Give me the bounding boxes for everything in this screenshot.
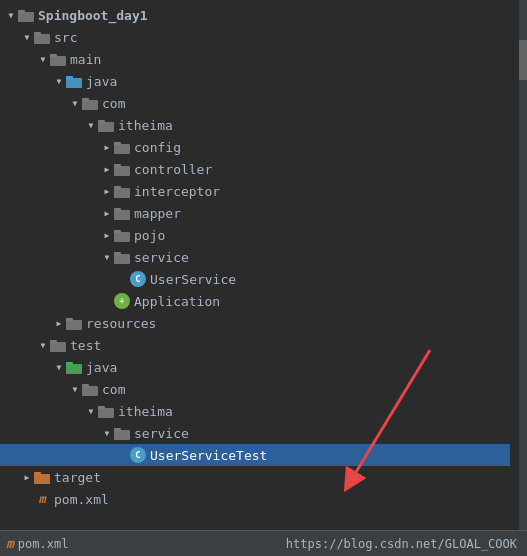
spring-icon: ⚘ <box>114 293 130 309</box>
svg-rect-7 <box>66 76 73 79</box>
folder-icon-interceptor <box>114 185 130 198</box>
tree-arrow-target[interactable]: ▶ <box>20 470 34 484</box>
tree-arrow-mapper[interactable]: ▶ <box>100 206 114 220</box>
svg-rect-27 <box>50 340 57 343</box>
svg-rect-18 <box>114 210 130 220</box>
tree-arrow-main[interactable]: ▼ <box>36 52 50 66</box>
folder-icon-pojo <box>114 229 130 242</box>
folder-icon-service <box>114 251 130 264</box>
tree-label-com: com <box>102 96 125 111</box>
svg-rect-23 <box>114 252 121 255</box>
svg-rect-10 <box>98 122 114 132</box>
c-interface-icon: C <box>130 447 146 463</box>
tree-row[interactable]: ▼ itheima <box>0 114 510 136</box>
tree-arrow-interceptor[interactable]: ▶ <box>100 184 114 198</box>
svg-rect-30 <box>82 386 98 396</box>
tree-row[interactable]: ▼ main <box>0 48 510 70</box>
tree-arrow-service[interactable]: ▼ <box>100 250 114 264</box>
pom-icon: m <box>0 536 14 551</box>
svg-rect-6 <box>66 78 82 88</box>
tree-row[interactable]: ▶ resources <box>0 312 510 334</box>
svg-rect-0 <box>18 12 34 22</box>
tree-row[interactable]: ▼ test <box>0 334 510 356</box>
tree-arrow-java[interactable]: ▼ <box>52 74 66 88</box>
tree-arrow-Application[interactable] <box>100 294 114 308</box>
tree-row[interactable]: ▶ interceptor <box>0 180 510 202</box>
tree-label-UserService: UserService <box>150 272 236 287</box>
tree-row[interactable]: ⚘Application <box>0 290 510 312</box>
tree-arrow-config[interactable]: ▶ <box>100 140 114 154</box>
tree-arrow-com2[interactable]: ▼ <box>68 382 82 396</box>
tree-row[interactable]: ▶ config <box>0 136 510 158</box>
tree-row[interactable]: CUserService <box>0 268 510 290</box>
tree-row[interactable]: ▼ itheima <box>0 400 510 422</box>
tree-arrow-resources[interactable]: ▶ <box>52 316 66 330</box>
svg-rect-9 <box>82 98 89 101</box>
svg-rect-19 <box>114 208 121 211</box>
tree-label-resources: resources <box>86 316 156 331</box>
svg-rect-12 <box>114 144 130 154</box>
svg-rect-25 <box>66 318 73 321</box>
svg-rect-32 <box>98 408 114 418</box>
pom-file-icon: m <box>34 492 50 506</box>
folder-icon-mapper <box>114 207 130 220</box>
tree-label-service2: service <box>134 426 189 441</box>
tree-row[interactable]: ▶ controller <box>0 158 510 180</box>
tree-row[interactable]: ▼ java <box>0 70 510 92</box>
folder-icon-src <box>34 31 50 44</box>
tree-arrow-pom[interactable] <box>20 492 34 506</box>
tree-row[interactable]: ▼ service <box>0 246 510 268</box>
tree-row[interactable]: ▶ target <box>0 466 510 488</box>
tree-row[interactable]: mpom.xml <box>0 488 510 510</box>
pom-label[interactable]: pom.xml <box>18 537 69 551</box>
tree-arrow-controller[interactable]: ▶ <box>100 162 114 176</box>
tree-row[interactable]: ▶ mapper <box>0 202 510 224</box>
file-tree: ▼ Spingboot_day1▼ src▼ main▼ java▼ com▼ … <box>0 0 510 530</box>
tree-arrow-com[interactable]: ▼ <box>68 96 82 110</box>
svg-rect-1 <box>18 10 25 13</box>
tree-row[interactable]: ▼ com <box>0 92 510 114</box>
tree-arrow-src[interactable]: ▼ <box>20 30 34 44</box>
folder-icon-service2 <box>114 427 130 440</box>
svg-rect-34 <box>114 430 130 440</box>
scrollbar-thumb[interactable] <box>519 40 527 80</box>
svg-rect-15 <box>114 164 121 167</box>
folder-icon-com2 <box>82 383 98 396</box>
tree-label-controller: controller <box>134 162 212 177</box>
svg-rect-35 <box>114 428 121 431</box>
tree-arrow-test[interactable]: ▼ <box>36 338 50 352</box>
c-interface-icon: C <box>130 271 146 287</box>
tree-row[interactable]: ▼ com <box>0 378 510 400</box>
tree-label-itheima: itheima <box>118 118 173 133</box>
tree-row[interactable]: CUserServiceTest <box>0 444 510 466</box>
folder-icon-java <box>66 75 82 88</box>
tree-arrow-pojo[interactable]: ▶ <box>100 228 114 242</box>
tree-row[interactable]: ▼ service <box>0 422 510 444</box>
svg-rect-4 <box>50 56 66 66</box>
tree-label-Application: Application <box>134 294 220 309</box>
tree-arrow-itheima2[interactable]: ▼ <box>84 404 98 418</box>
tree-label-main: main <box>70 52 101 67</box>
svg-rect-8 <box>82 100 98 110</box>
tree-row[interactable]: ▼ Spingboot_day1 <box>0 4 510 26</box>
folder-icon-itheima <box>98 119 114 132</box>
tree-arrow-service2[interactable]: ▼ <box>100 426 114 440</box>
tree-row[interactable]: ▶ pojo <box>0 224 510 246</box>
tree-arrow-java2[interactable]: ▼ <box>52 360 66 374</box>
svg-rect-17 <box>114 186 121 189</box>
tree-arrow-springboot_day1[interactable]: ▼ <box>4 8 18 22</box>
tree-label-mapper: mapper <box>134 206 181 221</box>
tree-row[interactable]: ▼ java <box>0 356 510 378</box>
tree-arrow-UserServiceTest[interactable] <box>116 448 130 462</box>
svg-rect-24 <box>66 320 82 330</box>
folder-icon-config <box>114 141 130 154</box>
folder-icon-controller <box>114 163 130 176</box>
folder-icon-com <box>82 97 98 110</box>
svg-rect-26 <box>50 342 66 352</box>
tree-row[interactable]: ▼ src <box>0 26 510 48</box>
scrollbar-track[interactable] <box>519 0 527 530</box>
tree-label-pojo: pojo <box>134 228 165 243</box>
tree-arrow-itheima[interactable]: ▼ <box>84 118 98 132</box>
tree-arrow-UserService[interactable] <box>116 272 130 286</box>
folder-icon-springboot_day1 <box>18 9 34 22</box>
